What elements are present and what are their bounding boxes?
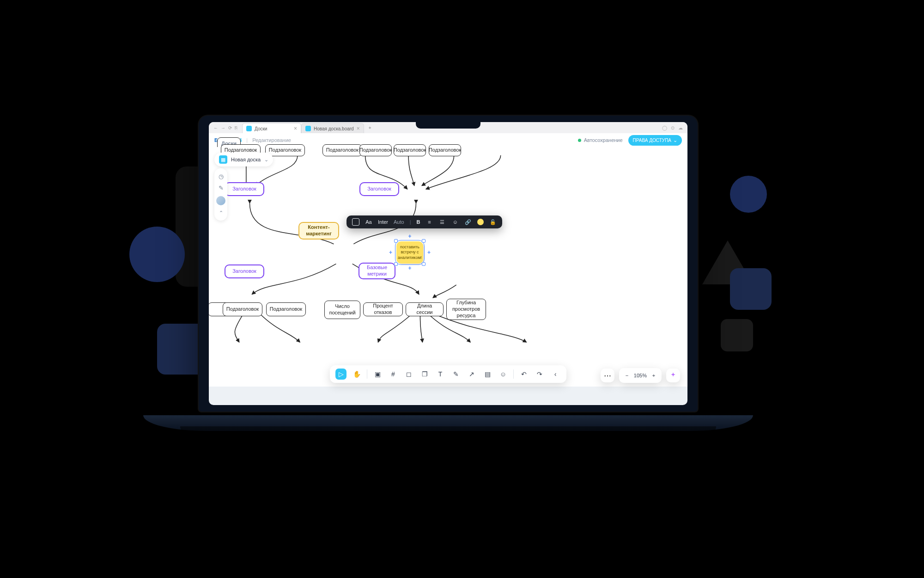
node-label: Процент отказов bbox=[367, 303, 399, 316]
sticky-note-selected[interactable]: поставить встречу с аналитиком! + + + + bbox=[396, 241, 423, 264]
node-label: Подзаголовок bbox=[359, 147, 392, 154]
autosave-indicator: Автосохранение bbox=[578, 137, 623, 143]
lock-icon[interactable]: 🔓 bbox=[489, 218, 497, 226]
collapse-icon[interactable]: ⌃ bbox=[219, 210, 223, 216]
board-icon: ▦ bbox=[219, 155, 227, 164]
sticky-tool[interactable]: ❐ bbox=[419, 369, 430, 380]
resize-handle-icon[interactable] bbox=[394, 262, 398, 266]
comments-icon[interactable]: ✎ bbox=[219, 184, 224, 191]
node-subheading[interactable]: Подзаголовок bbox=[322, 144, 362, 156]
history-icon[interactable]: ◷ bbox=[219, 173, 224, 180]
tab-close-icon[interactable]: × bbox=[294, 126, 297, 131]
board-name: Новая доска bbox=[231, 157, 261, 162]
forward-icon[interactable]: → bbox=[221, 125, 225, 130]
node-title[interactable]: Заголовок bbox=[359, 182, 399, 196]
access-rights-button[interactable]: ПРАВА ДОСТУПА ⌄ bbox=[628, 135, 682, 146]
canvas-area[interactable]: Подзаголовок Подзаголовок Подзаголовок П… bbox=[209, 147, 687, 387]
tab-label: Новая доска.board bbox=[314, 126, 354, 131]
ai-sparkle-button[interactable] bbox=[666, 369, 680, 382]
autosave-label: Автосохранение bbox=[584, 137, 623, 143]
node-metric[interactable]: Число посещений bbox=[324, 301, 360, 319]
link-icon[interactable]: 🔗 bbox=[464, 218, 472, 226]
chevron-down-icon: ⌄ bbox=[264, 157, 268, 163]
list-icon[interactable]: ☰ bbox=[438, 218, 446, 226]
node-metric[interactable]: Длина сессии bbox=[406, 302, 444, 316]
emoji-icon[interactable]: ☺ bbox=[451, 218, 459, 226]
text-tool[interactable]: T bbox=[435, 369, 446, 380]
node-metric[interactable]: Глубина просмотров ресурса bbox=[446, 299, 486, 320]
node-root[interactable]: Контент-маркетинг bbox=[298, 222, 339, 240]
arrow-tool[interactable]: ↗ bbox=[466, 369, 477, 380]
node-subheading[interactable]: Подзаголовок bbox=[394, 144, 426, 156]
add-node-icon[interactable]: + bbox=[427, 249, 431, 256]
node-label: Подзаголовок bbox=[429, 147, 461, 154]
node-basic-metrics[interactable]: Базовые метрики bbox=[359, 263, 395, 279]
align-icon[interactable]: ≡ bbox=[426, 218, 433, 226]
ext-shield-icon[interactable]: ◯ bbox=[662, 125, 667, 130]
resize-handle-icon[interactable] bbox=[422, 262, 426, 266]
font-name-select[interactable]: Inter bbox=[378, 219, 388, 225]
laptop-foot bbox=[180, 426, 716, 434]
favicon-icon bbox=[305, 126, 311, 131]
collapse-toolbar-icon[interactable]: ‹ bbox=[550, 369, 561, 380]
font-size-auto[interactable]: Auto bbox=[394, 219, 404, 225]
redo-button[interactable]: ↷ bbox=[534, 369, 545, 380]
node-label: Заголовок bbox=[232, 186, 256, 192]
pointer-tool[interactable]: ▷ bbox=[335, 369, 346, 380]
canvas-inner[interactable]: Подзаголовок Подзаголовок Подзаголовок П… bbox=[209, 147, 687, 387]
node-subheading[interactable]: Подзаголовок bbox=[359, 144, 392, 156]
back-icon[interactable]: ← bbox=[213, 125, 218, 130]
link-icon[interactable]: ⎘ bbox=[235, 125, 237, 130]
image-tool[interactable]: ▤ bbox=[482, 369, 493, 380]
node-label: Подзаголовок bbox=[326, 147, 359, 154]
zoom-out-button[interactable]: − bbox=[622, 370, 632, 381]
screen: ← → ⟳ ⎘ Доски × Новая доска.board × + ◯ … bbox=[209, 122, 687, 405]
browser-tab[interactable]: Новая доска.board × bbox=[301, 123, 364, 134]
zoom-cluster: ⋯ − 105% + bbox=[601, 368, 680, 383]
node-metric[interactable]: Процент отказов bbox=[363, 302, 403, 316]
color-swatch-icon[interactable] bbox=[477, 219, 484, 225]
pen-tool[interactable]: ✎ bbox=[450, 369, 462, 380]
frame-tool[interactable]: ▣ bbox=[372, 369, 383, 380]
add-node-icon[interactable]: + bbox=[389, 249, 392, 256]
reload-icon[interactable]: ⟳ bbox=[228, 125, 232, 130]
node-title[interactable]: Заголовок bbox=[225, 182, 264, 196]
add-node-icon[interactable]: + bbox=[408, 265, 411, 272]
note-text: поставить встречу с аналитиком! bbox=[398, 245, 422, 260]
resize-handle-icon[interactable] bbox=[422, 239, 426, 243]
zoom-value[interactable]: 105% bbox=[634, 373, 647, 378]
node-subheading[interactable]: Подзаголовок bbox=[266, 302, 306, 316]
zoom-in-button[interactable]: + bbox=[649, 370, 659, 381]
download-icon[interactable]: ☁ bbox=[678, 125, 683, 130]
ext-settings-icon[interactable]: ⊙ bbox=[671, 125, 675, 130]
add-node-icon[interactable]: + bbox=[408, 233, 411, 240]
hand-tool[interactable]: ✋ bbox=[351, 369, 362, 380]
node-subheading[interactable]: Подзаголовок bbox=[223, 302, 262, 316]
grid-tool[interactable]: # bbox=[388, 369, 399, 380]
status-dot-icon bbox=[578, 139, 581, 142]
label: Aa bbox=[365, 219, 371, 225]
favicon-icon bbox=[246, 126, 252, 131]
resize-handle-icon[interactable] bbox=[394, 239, 398, 243]
laptop-mockup: ← → ⟳ ⎘ Доски × Новая доска.board × + ◯ … bbox=[199, 116, 698, 439]
node-label: Базовые метрики bbox=[363, 264, 391, 277]
tab-close-icon[interactable]: × bbox=[357, 126, 360, 131]
node-label: Контент-маркетинг bbox=[303, 224, 334, 237]
new-tab-button[interactable]: + bbox=[366, 123, 374, 132]
node-label: Глубина просмотров ресурса bbox=[450, 300, 482, 319]
font-icon[interactable]: Aa bbox=[365, 218, 372, 226]
browser-tab-active[interactable]: Доски × bbox=[242, 123, 301, 134]
node-subheading[interactable]: Подзаголовок bbox=[429, 144, 461, 156]
user-avatar[interactable] bbox=[216, 196, 225, 205]
bold-button[interactable]: B bbox=[417, 219, 420, 225]
shape-fill-icon[interactable] bbox=[352, 218, 359, 226]
node-label: Подзаголовок bbox=[270, 306, 302, 313]
camera-notch bbox=[416, 122, 480, 129]
more-button[interactable]: ⋯ bbox=[601, 369, 614, 382]
emoji-tool[interactable]: ☺ bbox=[498, 369, 509, 380]
undo-button[interactable]: ↶ bbox=[518, 369, 529, 380]
node-title[interactable]: Заголовок bbox=[225, 264, 264, 278]
shape-tool[interactable]: ◻ bbox=[403, 369, 414, 380]
brand-logo[interactable]: Битрикс24 Доски bbox=[214, 137, 242, 143]
board-selector[interactable]: ▦ Новая доска ⌄ bbox=[214, 153, 273, 166]
